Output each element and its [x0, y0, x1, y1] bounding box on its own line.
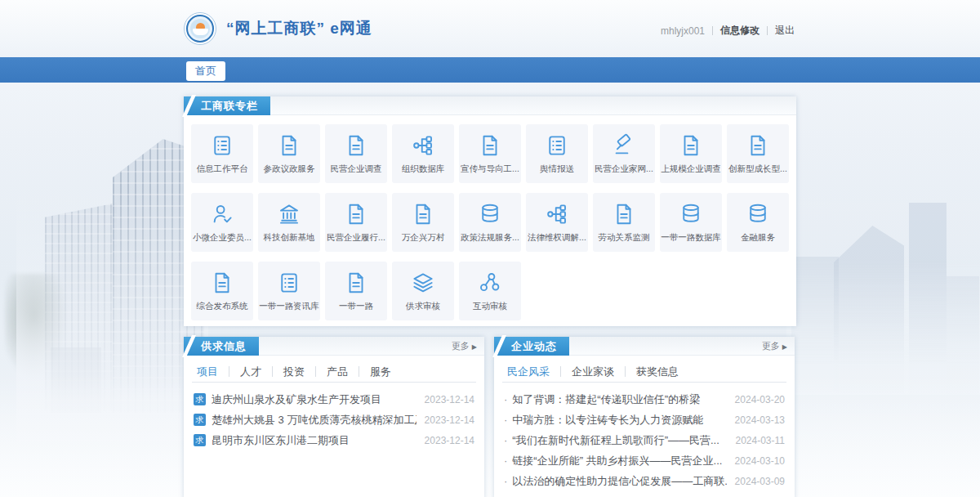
service-tile-label: 一带一路数据库	[661, 232, 721, 244]
news-item-list: ·知了背调：搭建起“传递职业信任”的桥梁2024-03-20·中瑞方胜：以专注铸…	[504, 389, 785, 491]
service-tile[interactable]: 民营企业调查	[325, 124, 387, 183]
tab-supply-1[interactable]: 人才	[229, 366, 272, 377]
service-tile[interactable]: 互动审核	[459, 262, 521, 320]
supply-list-item[interactable]: 求昆明市东川区东川港二期项目2023-12-14	[194, 430, 474, 450]
news-list-item[interactable]: ·以法治的确定性助力提信心促发展——工商联...2024-03-09	[504, 471, 785, 491]
news-panel-header: 企业动态 更多▶	[494, 337, 795, 356]
supply-tab-bar: 项目人才投资产品服务	[192, 360, 476, 383]
tab-supply-2[interactable]: 投资	[272, 366, 315, 377]
service-tile[interactable]: 创新型成长型...	[727, 124, 789, 183]
service-tile[interactable]: 一带一路数据库	[660, 193, 722, 252]
service-tile-label: 一带一路资讯库	[259, 301, 319, 312]
services-panel-header: 工商联专栏	[184, 96, 796, 115]
service-tile[interactable]: 劳动关系监测	[593, 193, 655, 252]
tab-news-2[interactable]: 获奖信息	[625, 366, 689, 377]
request-badge: 求	[194, 414, 206, 426]
bullet-icon: ·	[504, 393, 507, 405]
service-tile-label: 创新型成长型...	[728, 163, 787, 175]
service-tile-label: 科技创新基地	[264, 232, 315, 244]
modify-info-link[interactable]: 信息修改	[720, 24, 760, 38]
bullet-icon: ·	[504, 414, 507, 426]
bullet-icon: ·	[504, 434, 507, 446]
news-list-item[interactable]: ·中瑞方胜：以专注铸专长为人力资源赋能2024-03-13	[504, 410, 785, 430]
service-tile[interactable]: 上规模企业调查	[660, 124, 722, 183]
tab-news-1[interactable]: 企业家谈	[560, 366, 625, 377]
bullet-icon: ·	[504, 475, 507, 487]
bg-skyline-tower	[909, 203, 947, 395]
service-tile-label: 宣传与导向工...	[461, 163, 519, 175]
document-icon	[746, 133, 770, 158]
bg-skyline-tower	[791, 257, 839, 392]
person-check-icon	[210, 202, 234, 226]
item-date: 2023-12-14	[425, 414, 474, 426]
database-icon	[478, 202, 502, 226]
tab-supply-4[interactable]: 服务	[359, 366, 402, 377]
service-tile-label: 金融服务	[741, 232, 775, 244]
service-tile-label: 舆情报送	[540, 163, 574, 175]
item-date: 2023-12-14	[425, 394, 474, 405]
news-list-item[interactable]: ·知了背调：搭建起“传递职业信任”的桥梁2024-03-20	[504, 389, 785, 410]
section-title-supply: 供求信息	[184, 337, 259, 356]
hierarchy-icon	[545, 202, 569, 226]
item-date: 2024-03-13	[735, 414, 785, 426]
page-header: “网上工商联” e网通 mhlyjx001 信息修改 退出	[0, 0, 980, 57]
service-tile[interactable]: 综合发布系统	[191, 262, 253, 320]
service-tile[interactable]: 小微企业委员...	[191, 193, 253, 252]
service-tile[interactable]: 民营企业履行...	[325, 193, 387, 252]
service-tile[interactable]: 宣传与导向工...	[459, 124, 521, 183]
service-tile[interactable]: 舆情报送	[526, 124, 588, 183]
services-panel: 工商联专栏 信息工作平台参政议政服务民营企业调查组织数据库宣传与导向工...舆情…	[184, 96, 796, 326]
list-icon	[277, 271, 301, 295]
service-tile[interactable]: 金融服务	[727, 193, 789, 252]
supply-list-item[interactable]: 求楚雄州大姚县 3 万吨优质薄壳核桃精深加工及科...2023-12-14	[194, 410, 474, 430]
enterprise-news-panel: 企业动态 更多▶ 民企风采企业家谈获奖信息 ·知了背调：搭建起“传递职业信任”的…	[494, 337, 795, 497]
service-tile[interactable]: 法律维权调解...	[526, 193, 588, 252]
bg-fog	[0, 374, 980, 497]
emblem-icon	[184, 12, 216, 45]
service-tile[interactable]: 供求审核	[392, 262, 454, 320]
services-grid: 信息工作平台参政议政服务民营企业调查组织数据库宣传与导向工...舆情报送民营企业…	[191, 124, 789, 320]
service-tile-label: 综合发布系统	[197, 301, 248, 312]
service-tile-label: 一带一路	[339, 301, 373, 312]
divider	[712, 26, 713, 35]
supply-list-item[interactable]: 求迪庆州山泉水及矿泉水生产开发项目2023-12-14	[194, 389, 474, 410]
service-tile-label: 小微企业委员...	[193, 232, 252, 244]
tab-supply-3[interactable]: 产品	[315, 366, 359, 377]
document-icon	[344, 133, 368, 158]
request-badge: 求	[194, 434, 206, 446]
document-icon	[679, 133, 703, 158]
service-tile[interactable]: 组织数据库	[392, 124, 454, 183]
user-info-bar: mhlyjx001 信息修改 退出	[661, 24, 795, 38]
document-icon	[344, 271, 368, 295]
hierarchy-icon	[411, 133, 435, 158]
document-icon	[478, 133, 502, 158]
tab-supply-0[interactable]: 项目	[192, 366, 229, 377]
service-tile[interactable]: 政策法规服务...	[459, 193, 521, 252]
nav-tab-home[interactable]: 首页	[186, 61, 225, 81]
service-tile[interactable]: 科技创新基地	[258, 193, 320, 252]
news-more-link[interactable]: 更多▶	[762, 337, 787, 356]
service-tile[interactable]: 一带一路	[325, 262, 387, 320]
service-tile[interactable]: 万企兴万村	[392, 193, 454, 252]
news-list-item[interactable]: ·链接“企业所能” 共助乡村振兴——民营企业...2024-03-10	[504, 450, 785, 471]
service-tile[interactable]: 信息工作平台	[191, 124, 253, 183]
service-tile-label: 万企兴万村	[402, 232, 445, 244]
service-tile[interactable]: 一带一路资讯库	[258, 262, 320, 320]
service-tile-label: 劳动关系监测	[599, 232, 650, 244]
more-arrow-icon: ▶	[782, 343, 787, 351]
logout-link[interactable]: 退出	[775, 24, 795, 38]
tab-news-0[interactable]: 民企风采	[502, 366, 560, 377]
news-list-item[interactable]: ·“我们在新时代新征程上凯歌而行”——民营...2024-03-11	[504, 430, 785, 450]
service-tile-label: 组织数据库	[402, 163, 445, 175]
bg-skyline-tower	[834, 226, 904, 393]
news-tab-bar: 民企风采企业家谈获奖信息	[502, 360, 786, 383]
service-tile[interactable]: 民营企业家网...	[593, 124, 655, 183]
item-title: “我们在新时代新征程上凯歌而行”——民营...	[512, 433, 727, 448]
divider	[767, 26, 768, 35]
item-title: 以法治的确定性助力提信心促发展——工商联...	[512, 474, 726, 489]
supply-more-link[interactable]: 更多▶	[452, 337, 477, 356]
bullet-icon: ·	[504, 454, 507, 467]
service-tile[interactable]: 参政议政服务	[258, 124, 320, 183]
item-date: 2024-03-10	[735, 455, 785, 467]
service-tile-label: 民营企业家网...	[595, 163, 653, 175]
